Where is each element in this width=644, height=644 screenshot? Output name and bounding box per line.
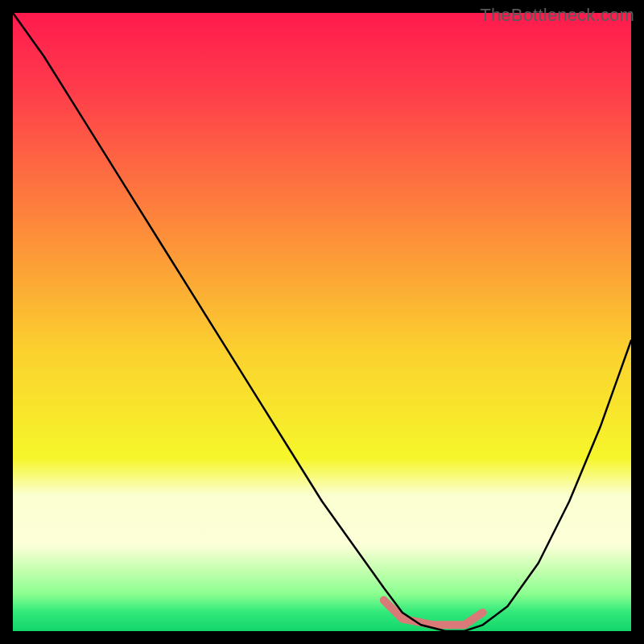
gradient-backdrop xyxy=(13,13,631,631)
watermark-text: TheBottleneck.com xyxy=(480,5,634,26)
bottleneck-chart xyxy=(13,13,631,631)
